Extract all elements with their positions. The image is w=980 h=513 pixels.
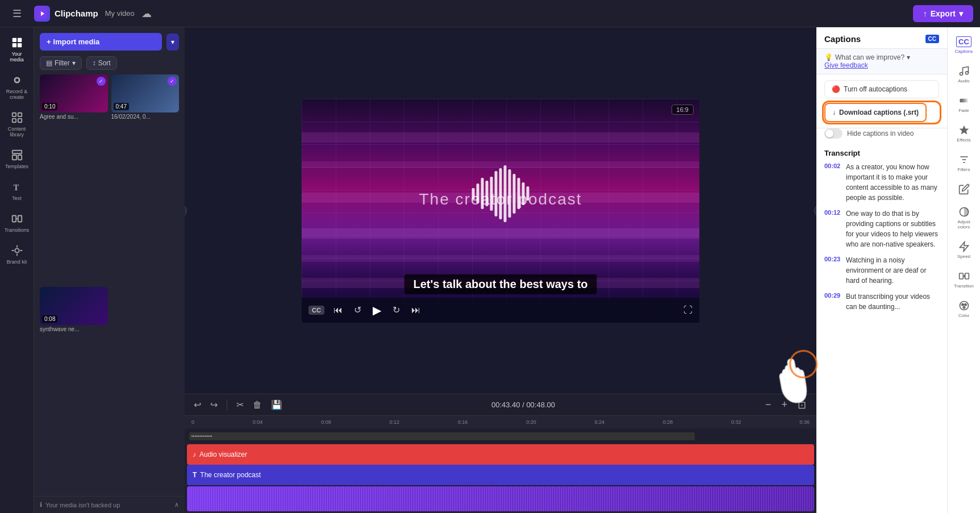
cut-button[interactable]: ✂ bbox=[234, 397, 246, 412]
text-icon: T bbox=[11, 181, 23, 193]
turn-off-autocaptions-button[interactable]: 🔴 Turn off autocaptions bbox=[824, 80, 939, 98]
sidebar-item-transitions[interactable]: Transitions bbox=[2, 208, 32, 237]
tl-separator-1 bbox=[227, 399, 227, 411]
keyframes-row: ▪▪▪▪▪▪▪▪▪▪▪▪▪ bbox=[185, 428, 816, 444]
svg-rect-28 bbox=[959, 273, 963, 279]
cloud-icon: ☁ bbox=[141, 7, 152, 20]
save-button[interactable]: 💾 bbox=[269, 397, 285, 412]
export-button[interactable]: ↑ Export ▾ bbox=[913, 5, 973, 22]
tool-item-effects[interactable]: Effects bbox=[950, 120, 978, 147]
audio-viz-track[interactable]: ♪ Audio visualizer bbox=[187, 444, 814, 465]
tool-label-fade: Fade bbox=[958, 108, 969, 113]
ruler-mark: 0:04 bbox=[253, 419, 263, 425]
lightbulb-icon: 💡 bbox=[824, 53, 833, 61]
keyframes-track[interactable]: ▪▪▪▪▪▪▪▪▪▪▪▪▪ bbox=[189, 432, 695, 440]
fit-button[interactable]: ⊡ bbox=[794, 398, 810, 412]
text-track[interactable]: T The creator podcast bbox=[187, 465, 814, 485]
transcript-text-4: But transcribing your videos can be daun… bbox=[846, 291, 939, 312]
play-button[interactable]: ▶ bbox=[370, 301, 383, 319]
svg-rect-17 bbox=[18, 216, 21, 222]
turn-off-label: Turn off autocaptions bbox=[844, 85, 907, 93]
thumb-label-1: Agree and su... bbox=[40, 114, 108, 120]
skip-back-button[interactable]: ⏮ bbox=[331, 303, 345, 318]
sidebar-item-brand-kit[interactable]: Brand kit bbox=[2, 240, 32, 269]
import-btn-label: Import media bbox=[53, 37, 100, 46]
keyframes-content: ▪▪▪▪▪▪▪▪▪▪▪▪▪ bbox=[185, 428, 816, 444]
menu-button[interactable]: ☰ bbox=[7, 5, 27, 22]
video-title-overlay: The creator podcast bbox=[419, 190, 582, 208]
timeline-toolbar: ↩ ↪ ✂ 🗑 💾 00:43.40 / 00:48.00 − + ⊡ bbox=[185, 394, 816, 416]
tool-item-color[interactable]: Color bbox=[950, 295, 978, 323]
video-background: The creator podcast Let's talk about the… bbox=[302, 99, 699, 323]
tool-item-audio[interactable]: Audio bbox=[950, 61, 978, 88]
rewind-button[interactable]: ↺ bbox=[352, 302, 364, 318]
transcript-time-3: 00:23 bbox=[824, 255, 841, 286]
sidebar-label-brand-kit: Brand kit bbox=[7, 259, 27, 265]
svg-rect-11 bbox=[18, 119, 21, 122]
svg-rect-22 bbox=[960, 99, 968, 103]
tool-item-speed[interactable]: Speed bbox=[950, 236, 978, 264]
tool-item-edit[interactable] bbox=[950, 179, 978, 199]
aspect-ratio-badge[interactable]: 16:9 bbox=[672, 105, 694, 115]
svg-rect-10 bbox=[12, 119, 15, 122]
transcript-entry-4[interactable]: 00:29 But transcribing your videos can b… bbox=[824, 291, 939, 312]
tool-item-filters[interactable]: Filters bbox=[950, 149, 978, 177]
media-thumb-1[interactable]: ✓ 0:10 bbox=[40, 74, 108, 112]
svg-rect-13 bbox=[12, 155, 16, 160]
sidebar-label-record: Record &create bbox=[6, 89, 28, 100]
tool-item-transition[interactable]: Transition bbox=[950, 266, 978, 293]
import-dropdown-button[interactable]: ▾ bbox=[166, 34, 179, 51]
hide-captions-toggle[interactable] bbox=[824, 128, 843, 139]
fullscreen-button[interactable]: ⛶ bbox=[683, 305, 693, 315]
sidebar-item-your-media[interactable]: Your media bbox=[2, 32, 32, 67]
text-track-icon: T bbox=[193, 471, 197, 479]
sidebar-item-record[interactable]: Record &create bbox=[2, 69, 32, 105]
waveform-track[interactable] bbox=[187, 486, 814, 511]
transcript-entry-3[interactable]: 00:23 Watching in a noisy environment or… bbox=[824, 255, 939, 286]
transcript-time-2: 00:12 bbox=[824, 208, 841, 249]
import-media-button[interactable]: + Import media bbox=[40, 33, 162, 51]
svg-point-33 bbox=[963, 307, 965, 308]
backup-chevron: ∧ bbox=[174, 501, 179, 508]
tool-item-captions[interactable]: CC Captions bbox=[950, 32, 978, 59]
media-thumb-3[interactable]: 0:08 bbox=[40, 287, 108, 325]
download-captions-button[interactable]: ↓ Download captions (.srt) bbox=[824, 103, 927, 122]
collapse-right-button[interactable]: › bbox=[814, 204, 816, 218]
feedback-question[interactable]: 💡 What can we improve? ▾ bbox=[824, 53, 939, 61]
timeline-tracks: ▪▪▪▪▪▪▪▪▪▪▪▪▪ ♪ Audio visualizer bbox=[185, 428, 816, 513]
media-filters: ▤ Filter ▾ ↕ Sort bbox=[34, 54, 185, 74]
collapse-left-button[interactable]: ‹ bbox=[185, 204, 187, 218]
cc-badge[interactable]: CC bbox=[308, 306, 324, 315]
fade-tool-icon bbox=[958, 95, 970, 106]
sort-icon: ↕ bbox=[93, 59, 96, 67]
sidebar-item-templates[interactable]: Templates bbox=[2, 144, 32, 174]
media-grid: ✓ 0:10 Agree and su... ✓ 0:47 16/02/2024… bbox=[34, 74, 185, 496]
redo-button[interactable]: ↪ bbox=[208, 397, 220, 412]
skip-forward-button[interactable]: ⏭ bbox=[409, 303, 423, 318]
sidebar-item-text[interactable]: T Text bbox=[2, 176, 32, 206]
tool-item-adjust-colors[interactable]: Adjust colors bbox=[950, 202, 978, 234]
video-controls-bar: CC ⏮ ↺ ▶ ↻ ⏭ ⛶ bbox=[302, 298, 699, 323]
transcript-entry-2[interactable]: 00:12 One way to do that is by providing… bbox=[824, 208, 939, 249]
svg-point-19 bbox=[15, 248, 19, 252]
transcript-text-1: As a creator, you know how important it … bbox=[846, 162, 939, 203]
tool-label-captions: Captions bbox=[955, 49, 973, 54]
sidebar-item-content-library[interactable]: Contentlibrary bbox=[2, 107, 32, 142]
feedback-link[interactable]: Give feedback bbox=[824, 61, 939, 69]
zoom-in-button[interactable]: + bbox=[778, 398, 791, 412]
delete-button[interactable]: 🗑 bbox=[251, 398, 264, 412]
video-title[interactable]: My video bbox=[105, 9, 135, 18]
undo-button[interactable]: ↩ bbox=[191, 397, 203, 412]
audio-tool-icon bbox=[958, 65, 970, 77]
zoom-out-button[interactable]: − bbox=[762, 398, 775, 412]
h-band-5 bbox=[302, 255, 699, 262]
filter-button[interactable]: ▤ Filter ▾ bbox=[40, 56, 82, 70]
tool-item-fade[interactable]: Fade bbox=[950, 90, 978, 118]
fast-forward-button[interactable]: ↻ bbox=[390, 302, 402, 318]
transcript-title: Transcript bbox=[824, 149, 939, 157]
media-thumb-2[interactable]: ✓ 0:47 bbox=[111, 74, 180, 112]
sort-button[interactable]: ↕ Sort bbox=[86, 56, 117, 70]
transcript-entry-1[interactable]: 00:02 As a creator, you know how importa… bbox=[824, 162, 939, 203]
waveform-track-row bbox=[185, 485, 816, 512]
transcript-section: Transcript 00:02 As a creator, you know … bbox=[816, 143, 947, 513]
